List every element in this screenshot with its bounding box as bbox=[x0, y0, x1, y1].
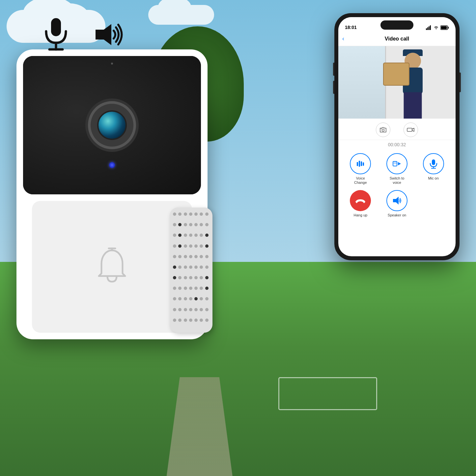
signal-icon bbox=[426, 25, 432, 30]
speaker-dot bbox=[200, 244, 203, 248]
power-button[interactable] bbox=[460, 72, 461, 92]
speaker-dot bbox=[178, 234, 182, 237]
svg-rect-17 bbox=[359, 161, 360, 167]
call-timer: 00:00:32 bbox=[338, 140, 456, 149]
speaker-dot bbox=[205, 287, 209, 290]
svg-marker-3 bbox=[96, 24, 111, 45]
doorbell-device bbox=[16, 49, 208, 339]
speaker-dot bbox=[184, 319, 187, 322]
cloud-2 bbox=[148, 5, 214, 25]
delivery-person-figure bbox=[390, 53, 436, 119]
speaker-dot bbox=[178, 276, 182, 279]
speaker-dot bbox=[200, 223, 203, 226]
voice-change-button[interactable] bbox=[350, 153, 371, 174]
video-record-button[interactable] bbox=[404, 123, 418, 137]
speaker-dot bbox=[205, 212, 209, 216]
speaker-dot bbox=[173, 255, 176, 258]
speaker-dot bbox=[205, 255, 209, 258]
speaker-dot bbox=[194, 319, 198, 322]
call-header: ‹ Video call bbox=[338, 32, 456, 46]
speaker-dot bbox=[189, 255, 192, 258]
speaker-dot bbox=[189, 244, 192, 248]
svg-rect-0 bbox=[51, 18, 61, 36]
speaker-dot bbox=[194, 297, 198, 300]
speaker-sound-icon bbox=[92, 21, 125, 53]
speaker-dot bbox=[178, 255, 182, 258]
legs bbox=[404, 92, 422, 119]
switch-to-voice-button[interactable] bbox=[386, 153, 407, 174]
speaker-dot bbox=[205, 234, 209, 237]
svg-rect-15 bbox=[407, 128, 412, 131]
status-icons bbox=[426, 25, 449, 30]
speaker-dot bbox=[189, 319, 192, 322]
hang-up-label: Hang up bbox=[354, 213, 368, 217]
svg-rect-22 bbox=[432, 159, 435, 165]
speaker-dot bbox=[173, 308, 176, 311]
speaker-dot bbox=[189, 308, 192, 311]
wifi-icon bbox=[434, 26, 439, 30]
speaker-dot bbox=[194, 266, 198, 269]
call-title: Video call bbox=[385, 36, 409, 42]
speaker-dot bbox=[200, 319, 203, 322]
camera-icon bbox=[379, 127, 387, 133]
doorbell-button-section[interactable] bbox=[32, 201, 192, 333]
svg-point-13 bbox=[382, 129, 384, 131]
phone-notch bbox=[380, 20, 413, 30]
voice-change-icon bbox=[355, 159, 365, 169]
speaker-dot bbox=[200, 266, 203, 269]
hang-up-icon bbox=[355, 197, 366, 204]
speaker-dot bbox=[173, 287, 176, 290]
speaker-dot bbox=[178, 297, 182, 300]
speaker-dot bbox=[173, 297, 176, 300]
speaker-dot bbox=[178, 287, 182, 290]
empty-top-right: Switch tovoice bbox=[381, 153, 413, 185]
mic-on-control: Mic on bbox=[418, 153, 449, 185]
speaker-dot bbox=[205, 223, 209, 226]
switch-voice-icon bbox=[392, 159, 402, 169]
speaker-dot bbox=[200, 255, 203, 258]
hang-up-button[interactable] bbox=[350, 190, 371, 211]
svg-rect-12 bbox=[441, 26, 447, 29]
volume-up-button[interactable] bbox=[333, 63, 334, 76]
volume-down-button[interactable] bbox=[333, 81, 334, 94]
speaker-dot bbox=[184, 287, 187, 290]
speaker-dot bbox=[178, 319, 182, 322]
speaker-dot bbox=[189, 212, 192, 216]
camera-lens-outer bbox=[91, 104, 133, 147]
svg-rect-7 bbox=[427, 27, 428, 30]
speaker-dot bbox=[184, 244, 187, 248]
speaker-dot bbox=[194, 276, 198, 279]
speaker-dot bbox=[200, 212, 203, 216]
speaker-dot bbox=[173, 212, 176, 216]
speaker-on-label: Speaker on bbox=[388, 213, 406, 217]
camera-section bbox=[23, 56, 201, 194]
svg-rect-18 bbox=[361, 161, 362, 166]
speaker-dot bbox=[189, 234, 192, 237]
mic-on-button[interactable] bbox=[423, 153, 444, 174]
speaker-dot bbox=[178, 266, 182, 269]
speaker-dot bbox=[178, 244, 182, 248]
speaker-dot bbox=[194, 223, 198, 226]
speaker-dot bbox=[189, 223, 192, 226]
speaker-dot bbox=[184, 212, 187, 216]
speaker-dot bbox=[194, 212, 198, 216]
delivery-person-video bbox=[338, 46, 456, 119]
speaker-dot bbox=[184, 234, 187, 237]
speaker-dot bbox=[184, 276, 187, 279]
speaker-dot bbox=[184, 266, 187, 269]
back-button[interactable]: ‹ bbox=[342, 35, 344, 42]
speaker-dot bbox=[205, 319, 209, 322]
video-camera-icon bbox=[407, 127, 415, 132]
bell-icon bbox=[92, 247, 132, 287]
speaker-dot bbox=[189, 287, 192, 290]
speaker-dot bbox=[184, 308, 187, 311]
take-photo-button[interactable] bbox=[376, 123, 390, 137]
package-box bbox=[383, 63, 409, 86]
speaker-dot bbox=[200, 276, 203, 279]
voice-change-label: VoiceChange bbox=[354, 176, 367, 185]
speaker-dot bbox=[205, 297, 209, 300]
speaker-on-button[interactable] bbox=[386, 190, 407, 211]
svg-rect-11 bbox=[448, 27, 449, 29]
mic-on-label: Mic on bbox=[428, 176, 438, 181]
video-preview bbox=[338, 46, 456, 119]
